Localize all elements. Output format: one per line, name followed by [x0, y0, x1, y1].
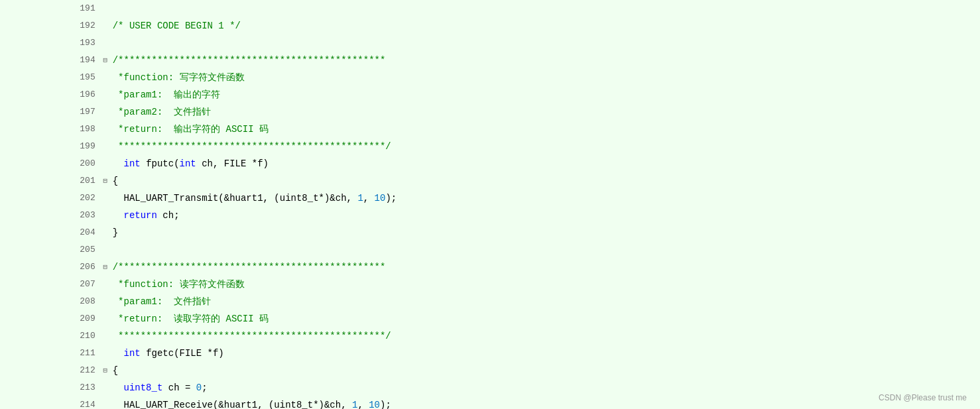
line-number: 208: [0, 293, 101, 310]
fold-icon: [101, 86, 110, 103]
fold-icon: [101, 293, 110, 310]
fold-icon: [101, 103, 110, 121]
table-row: 204}: [0, 224, 980, 241]
line-number: 195: [0, 69, 101, 86]
table-row: 195 *function: 写字符文件函数: [0, 69, 980, 86]
code-line: return ch;: [110, 207, 980, 224]
code-line: ****************************************…: [110, 327, 980, 345]
table-row: 199 ************************************…: [0, 138, 980, 155]
line-number: 192: [0, 17, 101, 34]
code-line: *param2: 文件指针: [110, 103, 980, 121]
fold-icon[interactable]: ⊟: [101, 172, 110, 190]
fold-icon: [101, 0, 110, 17]
code-line: /* USER CODE BEGIN 1 */: [110, 17, 980, 34]
table-row: 194⊟/***********************************…: [0, 52, 980, 69]
fold-icon: [101, 241, 110, 259]
code-editor: 191192/* USER CODE BEGIN 1 */193194⊟/***…: [0, 0, 980, 409]
fold-icon: [101, 224, 110, 241]
code-line: *function: 读字符文件函数: [110, 276, 980, 293]
code-line: [110, 0, 980, 17]
table-row: 205: [0, 241, 980, 259]
table-row: 208 *param1: 文件指针: [0, 293, 980, 310]
table-row: 192/* USER CODE BEGIN 1 */: [0, 17, 980, 34]
code-line: ****************************************…: [110, 138, 980, 155]
code-line: *function: 写字符文件函数: [110, 69, 980, 86]
line-number: 214: [0, 396, 101, 409]
code-line: int fputc(int ch, FILE *f): [110, 155, 980, 172]
table-row: 193: [0, 34, 980, 52]
fold-icon: [101, 121, 110, 138]
line-number: 202: [0, 190, 101, 207]
line-number: 197: [0, 103, 101, 121]
code-line: }: [110, 224, 980, 241]
fold-icon[interactable]: ⊟: [101, 259, 110, 276]
line-number: 194: [0, 52, 101, 69]
line-number: 199: [0, 138, 101, 155]
code-line: *param1: 输出的字符: [110, 86, 980, 103]
code-line: {: [110, 172, 980, 190]
table-row: 213 uint8_t ch = 0;: [0, 379, 980, 396]
line-number: 206: [0, 259, 101, 276]
watermark: CSDN @Please trust me: [879, 393, 967, 402]
code-line: [110, 241, 980, 259]
fold-icon: [101, 190, 110, 207]
line-number: 203: [0, 207, 101, 224]
fold-icon: [101, 207, 110, 224]
line-number: 213: [0, 379, 101, 396]
code-line: [110, 34, 980, 52]
fold-icon: [101, 69, 110, 86]
code-line: /***************************************…: [110, 259, 980, 276]
code-line: uint8_t ch = 0;: [110, 379, 980, 396]
code-line: *return: 读取字符的 ASCII 码: [110, 310, 980, 327]
fold-icon: [101, 327, 110, 345]
line-number: 200: [0, 155, 101, 172]
code-line: HAL_UART_Transmit(&huart1, (uint8_t*)&ch…: [110, 190, 980, 207]
line-number: 207: [0, 276, 101, 293]
table-row: 197 *param2: 文件指针: [0, 103, 980, 121]
line-number: 210: [0, 327, 101, 345]
line-number: 196: [0, 86, 101, 103]
line-number: 205: [0, 241, 101, 259]
fold-icon[interactable]: ⊟: [101, 362, 110, 379]
fold-icon: [101, 155, 110, 172]
table-row: 202 HAL_UART_Transmit(&huart1, (uint8_t*…: [0, 190, 980, 207]
line-number: 211: [0, 345, 101, 362]
fold-icon: [101, 345, 110, 362]
table-row: 191: [0, 0, 980, 17]
table-row: 210 ************************************…: [0, 327, 980, 345]
fold-icon: [101, 379, 110, 396]
table-row: 201⊟{: [0, 172, 980, 190]
line-number: 193: [0, 34, 101, 52]
fold-icon: [101, 310, 110, 327]
line-number: 191: [0, 0, 101, 17]
code-line: {: [110, 362, 980, 379]
line-number: 204: [0, 224, 101, 241]
table-row: 214 HAL_UART_Receive(&huart1, (uint8_t*)…: [0, 396, 980, 409]
line-number: 201: [0, 172, 101, 190]
code-line: *param1: 文件指针: [110, 293, 980, 310]
table-row: 196 *param1: 输出的字符: [0, 86, 980, 103]
table-row: 206⊟/***********************************…: [0, 259, 980, 276]
table-row: 211 int fgetc(FILE *f): [0, 345, 980, 362]
table-row: 209 *return: 读取字符的 ASCII 码: [0, 310, 980, 327]
line-number: 212: [0, 362, 101, 379]
code-line: HAL_UART_Receive(&huart1, (uint8_t*)&ch,…: [110, 396, 980, 409]
line-number: 209: [0, 310, 101, 327]
code-table: 191192/* USER CODE BEGIN 1 */193194⊟/***…: [0, 0, 980, 409]
fold-icon: [101, 34, 110, 52]
fold-icon: [101, 396, 110, 409]
table-row: 203 return ch;: [0, 207, 980, 224]
table-row: 207 *function: 读字符文件函数: [0, 276, 980, 293]
fold-icon: [101, 276, 110, 293]
code-line: *return: 输出字符的 ASCII 码: [110, 121, 980, 138]
fold-icon: [101, 17, 110, 34]
code-line: /***************************************…: [110, 52, 980, 69]
code-line: int fgetc(FILE *f): [110, 345, 980, 362]
fold-icon[interactable]: ⊟: [101, 52, 110, 69]
table-row: 212⊟{: [0, 362, 980, 379]
table-row: 198 *return: 输出字符的 ASCII 码: [0, 121, 980, 138]
fold-icon: [101, 138, 110, 155]
line-number: 198: [0, 121, 101, 138]
table-row: 200 int fputc(int ch, FILE *f): [0, 155, 980, 172]
